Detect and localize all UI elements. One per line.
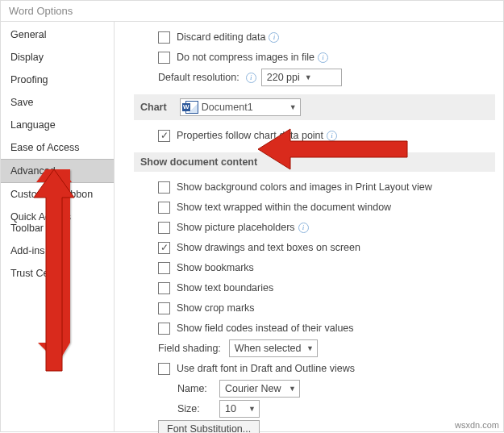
discard-editing-checkbox[interactable] <box>158 31 170 44</box>
sidebar-item-proofing[interactable]: Proofing <box>1 69 114 91</box>
chevron-down-icon: ▼ <box>289 103 297 111</box>
draft-size-value: 10 <box>225 403 236 414</box>
chart-section-label: Chart <box>140 102 167 113</box>
chart-prop-label: Properties follow chart data point <box>177 130 323 141</box>
category-sidebar: General Display Proofing Save Language E… <box>1 22 115 431</box>
show-doc-content-label: Show document content <box>140 156 257 168</box>
draft-font-label: Use draft font in Draft and Outline view… <box>177 363 355 374</box>
not-compress-row: Do not compress images in file i <box>134 48 495 66</box>
info-icon[interactable]: i <box>246 73 256 83</box>
draft-name-row: Name: Courier New ▼ <box>134 380 495 398</box>
default-resolution-dropdown[interactable]: 220 ppi ▼ <box>261 69 342 86</box>
sidebar-item-trust-center[interactable]: Trust Center <box>1 262 114 285</box>
info-icon[interactable]: i <box>269 32 279 43</box>
draft-name-dropdown[interactable]: Courier New ▼ <box>219 380 300 398</box>
sidebar-item-addins[interactable]: Add-ins <box>1 239 114 262</box>
info-icon[interactable]: i <box>318 52 328 63</box>
sidebar-item-easeofaccess[interactable]: Ease of Access <box>1 136 114 159</box>
chart-document-dropdown[interactable]: Document1 ▼ <box>180 98 301 116</box>
show-doc-content-header: Show document content <box>134 152 495 172</box>
show-draw-checkbox[interactable] <box>158 242 170 254</box>
field-shading-value: When selected <box>235 343 302 354</box>
window-title: Word Options <box>0 0 504 21</box>
default-resolution-value: 220 ppi <box>267 72 300 83</box>
not-compress-checkbox[interactable] <box>158 52 170 64</box>
show-crop-label: Show crop marks <box>177 302 255 314</box>
show-pic-label: Show picture placeholders <box>177 222 295 233</box>
show-bound-label: Show text boundaries <box>177 282 273 294</box>
draft-name-label: Name: <box>177 383 211 394</box>
show-wrap-label: Show text wrapped within the document wi… <box>177 202 391 213</box>
show-pic-checkbox[interactable] <box>158 222 170 234</box>
default-resolution-row: Default resolution: i 220 ppi ▼ <box>134 69 495 86</box>
chevron-down-icon: ▼ <box>305 73 312 81</box>
show-draw-label: Show drawings and text boxes on screen <box>177 242 360 253</box>
sidebar-item-quick-access[interactable]: Quick Access Toolbar <box>1 206 114 239</box>
dialog-frame: General Display Proofing Save Language E… <box>0 21 504 432</box>
sidebar-item-language[interactable]: Language <box>1 114 114 136</box>
chart-document-value: Document1 <box>202 102 253 113</box>
field-shading-dropdown[interactable]: When selected ▼ <box>229 339 318 357</box>
discard-editing-label: Discard editing data <box>177 31 265 43</box>
show-wrap-checkbox[interactable] <box>158 202 170 214</box>
chart-section-header: Chart Document1 ▼ <box>134 94 495 120</box>
chart-prop-checkbox[interactable] <box>158 130 170 142</box>
sidebar-item-display[interactable]: Display <box>1 46 114 69</box>
sidebar-item-customize-ribbon[interactable]: Customize Ribbon <box>1 183 114 206</box>
default-resolution-label: Default resolution: <box>158 72 240 83</box>
watermark: wsxdn.com <box>455 420 499 430</box>
info-icon[interactable]: i <box>298 223 309 233</box>
draft-font-checkbox[interactable] <box>158 363 170 375</box>
show-bound-checkbox[interactable] <box>158 282 170 294</box>
show-book-checkbox[interactable] <box>158 262 170 274</box>
not-compress-label: Do not compress images in file <box>177 52 314 63</box>
chevron-down-icon: ▼ <box>306 344 314 352</box>
content-pane: Discard editing data i Do not compress i… <box>115 22 503 431</box>
draft-name-value: Courier New <box>225 383 281 394</box>
draft-size-label: Size: <box>177 403 211 414</box>
field-shading-row: Field shading: When selected ▼ <box>134 339 495 357</box>
info-icon[interactable]: i <box>327 131 337 141</box>
discard-editing-row: Discard editing data i <box>134 28 495 46</box>
show-bg-checkbox[interactable] <box>158 181 170 194</box>
show-field-checkbox[interactable] <box>158 323 170 335</box>
chevron-down-icon: ▼ <box>289 385 296 393</box>
show-crop-checkbox[interactable] <box>158 302 170 314</box>
font-substitution-button[interactable]: Font Substitution... <box>158 420 260 433</box>
sidebar-item-advanced[interactable]: Advanced <box>1 159 114 183</box>
field-shading-label: Field shading: <box>158 343 221 354</box>
sidebar-item-general[interactable]: General <box>1 23 114 46</box>
chart-prop-row: Properties follow chart data point i <box>134 127 495 144</box>
draft-size-row: Size: 10 ▼ <box>134 400 495 418</box>
show-field-label: Show field codes instead of their values <box>177 323 354 334</box>
chevron-down-icon: ▼ <box>248 405 256 413</box>
show-book-label: Show bookmarks <box>177 262 254 273</box>
sidebar-item-save[interactable]: Save <box>1 91 114 114</box>
draft-size-dropdown[interactable]: 10 ▼ <box>219 400 260 418</box>
show-bg-label: Show background colors and images in Pri… <box>177 181 432 193</box>
word-doc-icon <box>185 101 198 114</box>
